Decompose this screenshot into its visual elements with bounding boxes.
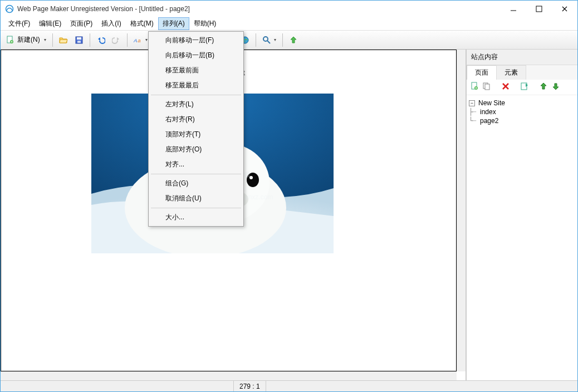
dd-align[interactable]: 对齐...: [150, 157, 242, 172]
tree-item-label: index: [480, 108, 496, 116]
menubar: 文件(F) 编辑(E) 页面(P) 插入(I) 格式(M) 排列(A) 帮助(H…: [1, 17, 577, 31]
sidebar-title: 站点内容: [467, 50, 577, 65]
dd-send-backward[interactable]: 向后移动一层(B): [150, 48, 242, 63]
statusbar: 279 : 1: [1, 380, 577, 391]
dd-align-left[interactable]: 左对齐(L): [150, 97, 242, 112]
status-coords: 279 : 1: [233, 381, 266, 391]
tree-root-label: New Site: [478, 99, 505, 107]
toolbar-separator: [90, 33, 90, 47]
toolbar: 新建(N) ▾ Aa ▾ ▾ ▾ ▾ ▾: [1, 31, 577, 50]
redo-button[interactable]: [109, 33, 124, 47]
chevron-down-icon: ▾: [145, 37, 148, 42]
vertical-scrollbar[interactable]: [457, 50, 466, 371]
folder-open-icon: [59, 36, 68, 45]
zoom-button[interactable]: ▾: [259, 33, 279, 47]
tab-page[interactable]: 页面: [467, 65, 497, 80]
menu-edit[interactable]: 编辑(E): [35, 17, 66, 30]
page-properties-icon[interactable]: [520, 82, 529, 92]
sidebar: 站点内容 页面 元素 − New Site ├┈ index: [466, 50, 577, 380]
svg-line-21: [267, 41, 270, 43]
text-style-button[interactable]: Aa ▾: [131, 33, 150, 47]
new-file-icon: [6, 36, 14, 45]
toolbar-separator: [256, 33, 256, 47]
chevron-down-icon: ▾: [44, 37, 46, 42]
toolbar-separator: [127, 33, 128, 47]
svg-rect-11: [77, 41, 81, 43]
menu-format[interactable]: 格式(M): [126, 17, 158, 30]
dd-bring-front[interactable]: 移至最前面: [150, 63, 242, 78]
move-down-icon[interactable]: [551, 82, 560, 92]
dd-ungroup[interactable]: 取消组合(U): [150, 191, 242, 206]
svg-rect-38: [485, 84, 489, 90]
menu-arrange[interactable]: 排列(A): [158, 17, 189, 30]
menu-help[interactable]: 帮助(H): [189, 17, 221, 30]
dropdown-separator: [151, 174, 241, 174]
close-button[interactable]: [552, 1, 577, 17]
chevron-down-icon: ▾: [274, 37, 276, 42]
undo-button[interactable]: [94, 33, 108, 47]
redo-icon: [112, 36, 121, 45]
tree-root-row[interactable]: − New Site: [469, 99, 575, 107]
dd-bring-forward[interactable]: 向前移动一层(F): [150, 33, 242, 48]
dropdown-separator: [151, 95, 241, 95]
tree-connector: ├┈: [469, 108, 480, 116]
magnifier-icon: [262, 36, 271, 45]
tree-item-label: page2: [480, 117, 498, 125]
app-icon: [5, 4, 14, 13]
tree-item-page2[interactable]: └┈ page2: [469, 116, 575, 125]
tree-collapse-icon[interactable]: −: [469, 100, 475, 106]
dd-size[interactable]: 大小...: [150, 210, 242, 225]
copy-page-icon[interactable]: [482, 82, 491, 92]
status-empty: [266, 381, 577, 391]
arrange-dropdown: 向前移动一层(F) 向后移动一层(B) 移至最前面 移至最最后 左对齐(L) 右…: [148, 31, 244, 227]
titlebar: Web Page Maker Unregistered Version - [U…: [1, 1, 577, 17]
svg-point-0: [6, 6, 13, 13]
dd-send-back[interactable]: 移至最最后: [150, 78, 242, 93]
text-style-icon: Aa: [134, 36, 143, 45]
dd-align-top[interactable]: 顶部对齐(T): [150, 127, 242, 142]
menu-insert[interactable]: 插入(I): [97, 17, 125, 30]
save-button[interactable]: [72, 33, 86, 47]
window-control-buttons: [501, 1, 577, 17]
tree-item-index[interactable]: ├┈ index: [469, 107, 575, 116]
upload-button[interactable]: [286, 33, 301, 47]
move-up-icon[interactable]: [539, 82, 548, 92]
tab-element[interactable]: 元素: [496, 65, 526, 80]
up-arrow-icon: [289, 36, 298, 45]
svg-point-20: [263, 37, 268, 41]
maximize-button[interactable]: [526, 1, 552, 17]
svg-text:A: A: [134, 37, 137, 43]
delete-page-icon[interactable]: [501, 82, 510, 92]
undo-icon: [96, 36, 105, 45]
dd-group[interactable]: 组合(G): [150, 176, 242, 191]
sidebar-toolbar: [467, 80, 577, 95]
horizontal-scrollbar[interactable]: [1, 371, 457, 380]
toolbar-separator: [282, 33, 283, 47]
new-button[interactable]: 新建(N) ▾: [3, 33, 49, 47]
save-icon: [75, 36, 84, 45]
toolbar-separator: [52, 33, 53, 47]
minimize-button[interactable]: [501, 1, 526, 17]
svg-text:a: a: [138, 37, 140, 43]
svg-rect-2: [536, 6, 542, 12]
window-title: Web Page Maker Unregistered Version - [U…: [17, 5, 501, 13]
site-tree: − New Site ├┈ index └┈ page2: [467, 95, 577, 380]
dd-align-bottom[interactable]: 底部对齐(O): [150, 142, 242, 157]
svg-rect-10: [77, 37, 81, 40]
menu-page[interactable]: 页面(P): [66, 17, 97, 30]
tree-connector: └┈: [469, 117, 480, 125]
open-button[interactable]: [56, 33, 71, 47]
dropdown-separator: [151, 208, 241, 208]
dd-align-right[interactable]: 右对齐(R): [150, 112, 242, 127]
menu-file[interactable]: 文件(F): [4, 17, 35, 30]
sidebar-tabs: 页面 元素: [467, 65, 577, 80]
new-page-icon[interactable]: [470, 82, 479, 92]
svg-text:anxz.com: anxz.com: [244, 193, 273, 201]
workspace: dit text: [1, 50, 577, 380]
new-button-label: 新建(N): [16, 35, 41, 45]
